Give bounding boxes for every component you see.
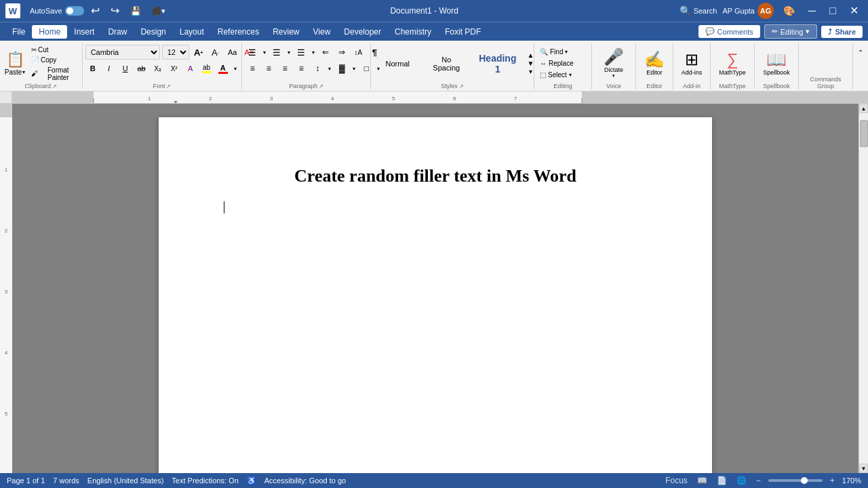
numbering-arrow[interactable]: ▾ xyxy=(285,45,292,60)
superscript-button[interactable]: X² xyxy=(167,61,182,76)
menu-home[interactable]: Home xyxy=(32,25,67,39)
justify-button[interactable]: ≡ xyxy=(294,61,309,76)
grow-font-button[interactable]: A+ xyxy=(191,45,206,60)
ribbon-display-button[interactable]: 🎨 xyxy=(779,6,799,16)
menu-layout[interactable]: Layout xyxy=(173,25,211,39)
format-painter-button[interactable]: 🖌 Format Painter xyxy=(29,66,79,82)
font-size-select[interactable]: 12 xyxy=(162,45,189,60)
close-button[interactable]: ✕ xyxy=(846,5,863,16)
cut-icon: ✂ xyxy=(31,46,37,54)
mathtype-button[interactable]: ∑ MathType xyxy=(716,49,749,77)
styles-expand-icon[interactable]: ↗ xyxy=(459,83,464,89)
customize-button[interactable]: ⬛▾ xyxy=(148,7,170,15)
menu-insert[interactable]: Insert xyxy=(67,25,101,39)
find-button[interactable]: 🔍 Find ▾ xyxy=(537,47,570,57)
menu-references[interactable]: References xyxy=(211,25,266,39)
increase-indent-button[interactable]: ⇒ xyxy=(334,45,349,60)
clipboard-expand-icon[interactable]: ↗ xyxy=(52,83,57,89)
document-area[interactable]: Create random filler text in Ms Word xyxy=(12,104,859,473)
text-effects-button[interactable]: A xyxy=(183,61,198,76)
style-no-spacing[interactable]: No Spacing xyxy=(422,53,470,75)
dictate-button[interactable]: 🎤 Dictate ▾ xyxy=(601,46,627,80)
addins-button[interactable]: ⊞ Add-ins xyxy=(679,49,705,77)
sort-button[interactable]: ↕A xyxy=(351,45,366,60)
addins-icon: ⊞ xyxy=(685,50,698,69)
line-spacing-arrow[interactable]: ▾ xyxy=(326,61,333,76)
replace-button[interactable]: ↔ Replace xyxy=(537,58,576,68)
web-layout-button[interactable]: 🌐 xyxy=(734,476,749,485)
shrink-font-button[interactable]: A- xyxy=(208,45,223,60)
menu-review[interactable]: Review xyxy=(266,25,306,39)
change-case-button[interactable]: Aa xyxy=(225,45,240,60)
vertical-scrollbar[interactable]: ▲ ▼ xyxy=(859,104,868,473)
undo-button[interactable]: ↩ xyxy=(87,5,104,16)
menu-design[interactable]: Design xyxy=(134,25,172,39)
menu-foxit[interactable]: Foxit PDF xyxy=(438,25,488,39)
italic-button[interactable]: I xyxy=(102,61,117,76)
menu-file[interactable]: File xyxy=(5,25,32,39)
mathtype-icon: ∑ xyxy=(726,50,738,69)
scroll-track[interactable] xyxy=(859,113,868,464)
zoom-slider[interactable] xyxy=(768,479,823,482)
minimize-button[interactable]: ─ xyxy=(804,5,820,16)
focus-button[interactable]: Focus xyxy=(663,476,690,485)
comments-label: Comments xyxy=(717,28,753,36)
menu-developer[interactable]: Developer xyxy=(337,25,388,39)
replace-icon: ↔ xyxy=(540,60,547,67)
numbering-button[interactable]: ☰ xyxy=(269,45,284,60)
font-expand-icon[interactable]: ↗ xyxy=(166,83,171,89)
copy-button[interactable]: 📄 Copy xyxy=(29,56,79,64)
editing-button[interactable]: ✏ Editing ▾ xyxy=(764,24,818,39)
svg-text:1: 1 xyxy=(148,96,151,102)
autosave-toggle[interactable] xyxy=(65,6,84,16)
strikethrough-button[interactable]: ab xyxy=(134,61,149,76)
line-spacing-button[interactable]: ↕ xyxy=(310,61,325,76)
editor-button[interactable]: ✍ Editor xyxy=(642,49,667,77)
scroll-down-button[interactable]: ▼ xyxy=(859,464,868,473)
multilevel-arrow[interactable]: ▾ xyxy=(310,45,317,60)
save-button[interactable]: 💾 xyxy=(126,7,145,16)
spellbook-button[interactable]: 📖 Spellbook xyxy=(760,49,793,77)
bullets-button[interactable]: ☰ xyxy=(245,45,260,60)
zoom-out-button[interactable]: − xyxy=(754,476,763,485)
menu-view[interactable]: View xyxy=(307,25,338,39)
share-button[interactable]: ⤴ Share xyxy=(821,26,863,38)
restore-button[interactable]: □ xyxy=(825,5,840,16)
svg-text:1: 1 xyxy=(5,167,8,173)
read-mode-button[interactable]: 📖 xyxy=(695,476,709,485)
highlight-button[interactable]: ab xyxy=(199,61,214,76)
collapse-ribbon-button[interactable]: ⌃ xyxy=(853,45,868,60)
align-right-button[interactable]: ≡ xyxy=(277,61,292,76)
shading-arrow[interactable]: ▾ xyxy=(351,61,357,76)
align-left-button[interactable]: ≡ xyxy=(245,61,260,76)
select-button[interactable]: ⬚ Select ▾ xyxy=(537,70,574,80)
zoom-thumb[interactable] xyxy=(801,477,808,484)
subscript-button[interactable]: X₂ xyxy=(151,61,165,76)
font-family-select[interactable]: Cambria xyxy=(85,45,160,60)
zoom-in-button[interactable]: + xyxy=(828,476,837,485)
scroll-up-button[interactable]: ▲ xyxy=(859,104,868,113)
bold-button[interactable]: B xyxy=(85,61,100,76)
cut-button[interactable]: ✂ Cut xyxy=(29,45,79,54)
menu-chemistry[interactable]: Chemistry xyxy=(388,25,438,39)
scroll-thumb[interactable] xyxy=(860,120,868,147)
print-layout-button[interactable]: 📄 xyxy=(715,476,729,485)
align-center-button[interactable]: ≡ xyxy=(261,61,276,76)
menu-draw[interactable]: Draw xyxy=(101,25,134,39)
user-profile[interactable]: AP Gupta AG xyxy=(722,3,774,19)
comments-button[interactable]: 💬 Comments xyxy=(698,25,760,38)
accessibility-icon: ♿ xyxy=(247,476,256,485)
style-normal[interactable]: Normal xyxy=(374,57,421,70)
shading-button[interactable]: ▓ xyxy=(334,61,349,76)
font-color-arrow[interactable]: ▾ xyxy=(232,61,239,76)
bullets-arrow[interactable]: ▾ xyxy=(261,45,268,60)
paste-button[interactable]: 📋 Paste ▾ xyxy=(3,49,27,77)
paragraph-expand-icon[interactable]: ↗ xyxy=(319,83,323,89)
multilevel-button[interactable]: ☰ xyxy=(294,45,309,60)
font-color-button[interactable]: A xyxy=(216,61,231,76)
style-heading1[interactable]: Heading 1 xyxy=(471,50,524,77)
underline-button[interactable]: U xyxy=(118,61,133,76)
redo-button[interactable]: ↪ xyxy=(106,5,123,16)
decrease-indent-button[interactable]: ⇐ xyxy=(318,45,333,60)
search-button[interactable]: 🔍 Search xyxy=(679,5,717,16)
